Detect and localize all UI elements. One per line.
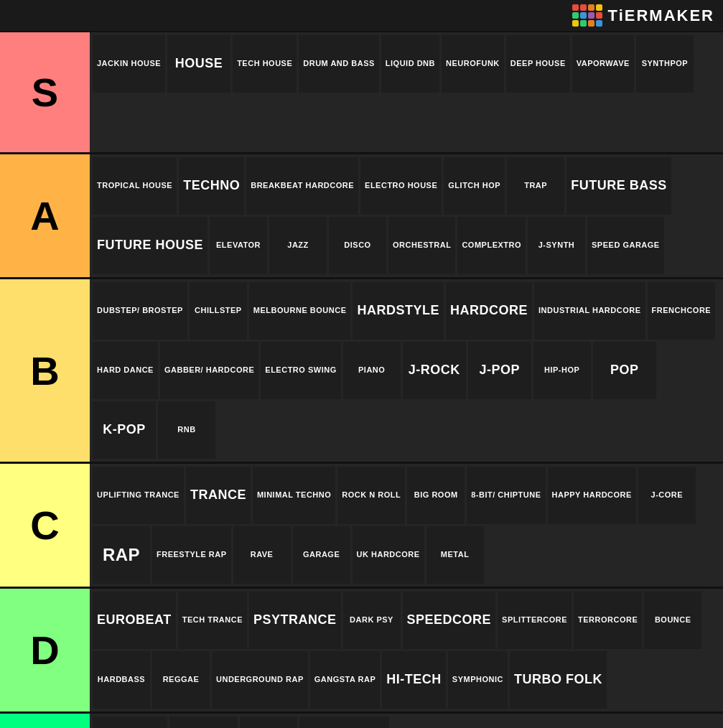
- genre-item: PIANO: [343, 342, 401, 399]
- genre-item: HOUSE: [167, 35, 230, 93]
- genre-item: FUTURE BASS: [566, 157, 671, 215]
- genre-item: HARD DANCE: [93, 342, 158, 399]
- genre-item: CHILLSTEP: [190, 282, 247, 340]
- genre-item: TERRORCORE: [574, 592, 642, 649]
- tiermaker-logo: TiERMAKER: [572, 4, 714, 27]
- tier-label-d: D: [0, 589, 90, 711]
- genre-item: SPEEDCORE: [403, 592, 496, 649]
- tier-content-f: COUNTRYDEATH METALGOTHEXTRATONE: [90, 714, 723, 728]
- genre-item: J-SYNTH: [528, 217, 585, 274]
- genre-item: GOTH: [240, 717, 297, 728]
- tier-container: SJACKIN HOUSEHOUSETECH HOUSEDRUM AND BAS…: [0, 32, 723, 728]
- genre-item: TRANCE: [186, 467, 251, 524]
- tier-row-s: SJACKIN HOUSEHOUSETECH HOUSEDRUM AND BAS…: [0, 32, 723, 154]
- genre-item: GLITCH HOP: [444, 157, 505, 215]
- genre-item: RAVE: [233, 526, 291, 584]
- tiermaker-app: TiERMAKER SJACKIN HOUSEHOUSETECH HOUSEDR…: [0, 0, 723, 728]
- genre-item: REGGAE: [152, 651, 210, 709]
- genre-item: POP: [593, 342, 656, 399]
- genre-item: EXTRATONE: [299, 717, 390, 728]
- tier-content-d: EUROBEATTECH TRANCEPSYTRANCEDARK PSYSPEE…: [90, 589, 723, 711]
- genre-item: JAZZ: [269, 217, 327, 274]
- genre-item: COUNTRY: [93, 717, 167, 728]
- genre-item: ELEVATOR: [210, 217, 267, 274]
- genre-item: DARK PSY: [343, 592, 401, 649]
- tier-row-c: CUPLIFTING TRANCETRANCEMINIMAL TECHNOROC…: [0, 464, 723, 589]
- genre-item: K-POP: [93, 401, 156, 459]
- tier-label-f: F: [0, 714, 90, 728]
- genre-item: UNDERGROUND RAP: [212, 651, 308, 709]
- genre-item: LIQUID DNB: [381, 35, 439, 93]
- genre-item: TRAP: [507, 157, 564, 215]
- genre-item: DUBSTEP/ BROSTEP: [93, 282, 187, 340]
- genre-item: J-POP: [468, 342, 531, 399]
- genre-item: SPLITTERCORE: [498, 592, 572, 649]
- genre-item: HIP-HOP: [533, 342, 591, 399]
- genre-item: TROPICAL HOUSE: [93, 157, 177, 215]
- genre-item: FUTURE HOUSE: [93, 217, 207, 274]
- tier-label-a: A: [0, 154, 90, 277]
- genre-item: NEUROFUNK: [442, 35, 504, 93]
- genre-item: GARAGE: [293, 526, 350, 584]
- tier-content-b: DUBSTEP/ BROSTEPCHILLSTEPMELBOURNE BOUNC…: [90, 279, 723, 462]
- genre-item: MELBOURNE BOUNCE: [249, 282, 351, 340]
- genre-item: UK HARDCORE: [353, 526, 424, 584]
- tier-label-s: S: [0, 32, 90, 152]
- genre-item: DEATH METAL: [169, 717, 238, 728]
- genre-item: HARDCORE: [446, 282, 532, 340]
- genre-item: MINIMAL TECHNO: [253, 467, 335, 524]
- genre-item: VAPORWAVE: [572, 35, 634, 93]
- genre-item: HARDBASS: [93, 651, 150, 709]
- tier-row-a: ATROPICAL HOUSETECHNOBREAKBEAT HARDCOREE…: [0, 154, 723, 279]
- tier-label-c: C: [0, 464, 90, 587]
- genre-item: TURBO FOLK: [510, 651, 607, 709]
- genre-item: UPLIFTING TRANCE: [93, 467, 184, 524]
- logo-grid: [572, 4, 602, 27]
- tier-label-b: B: [0, 279, 90, 462]
- genre-item: COMPLEXTRO: [457, 217, 526, 274]
- genre-item: PSYTRANCE: [249, 592, 341, 649]
- genre-item: FREESTYLE RAP: [152, 526, 231, 584]
- genre-item: BREAKBEAT HARDCORE: [246, 157, 358, 215]
- genre-item: DRUM AND BASS: [299, 35, 379, 93]
- genre-item: J-CORE: [638, 467, 696, 524]
- genre-item: SPEED GARAGE: [587, 217, 664, 274]
- tier-content-a: TROPICAL HOUSETECHNOBREAKBEAT HARDCOREEL…: [90, 154, 723, 277]
- tier-row-f: FCOUNTRYDEATH METALGOTHEXTRATONE: [0, 714, 723, 728]
- genre-item: BIG ROOM: [407, 467, 465, 524]
- genre-item: ORCHESTRAL: [388, 217, 455, 274]
- genre-item: GANGSTA RAP: [310, 651, 381, 709]
- genre-item: ROCK N ROLL: [337, 467, 405, 524]
- genre-item: TECH HOUSE: [233, 35, 297, 93]
- genre-item: EUROBEAT: [93, 592, 176, 649]
- genre-item: DISCO: [329, 217, 386, 274]
- genre-item: ELECTRO SWING: [261, 342, 340, 399]
- genre-item: 8-BIT/ CHIPTUNE: [467, 467, 545, 524]
- genre-item: SYMPHONIC: [448, 651, 508, 709]
- genre-item: HARDSTYLE: [353, 282, 444, 340]
- genre-item: TECH TRANCE: [178, 592, 247, 649]
- genre-item: RNB: [158, 401, 215, 459]
- genre-item: ELECTRO HOUSE: [360, 157, 442, 215]
- genre-item: HI-TECH: [382, 651, 446, 709]
- genre-item: FRENCHCORE: [648, 282, 716, 340]
- logo-text: TiERMAKER: [608, 6, 714, 25]
- genre-item: GABBER/ HARDCORE: [160, 342, 258, 399]
- tier-row-b: BDUBSTEP/ BROSTEPCHILLSTEPMELBOURNE BOUN…: [0, 279, 723, 464]
- genre-item: HAPPY HARDCORE: [548, 467, 636, 524]
- genre-item: TECHNO: [179, 157, 244, 215]
- genre-item: SYNTHPOP: [636, 35, 694, 93]
- genre-item: RAP: [93, 526, 150, 584]
- genre-item: J-ROCK: [403, 342, 466, 399]
- genre-item: METAL: [426, 526, 484, 584]
- genre-item: BOUNCE: [644, 592, 701, 649]
- header: TiERMAKER: [0, 0, 723, 32]
- tier-content-s: JACKIN HOUSEHOUSETECH HOUSEDRUM AND BASS…: [90, 32, 723, 152]
- genre-item: INDUSTRIAL HARDCORE: [534, 282, 645, 340]
- genre-item: DEEP HOUSE: [506, 35, 570, 93]
- genre-item: JACKIN HOUSE: [93, 35, 165, 93]
- tier-row-d: DEUROBEATTECH TRANCEPSYTRANCEDARK PSYSPE…: [0, 589, 723, 714]
- tier-content-c: UPLIFTING TRANCETRANCEMINIMAL TECHNOROCK…: [90, 464, 723, 587]
